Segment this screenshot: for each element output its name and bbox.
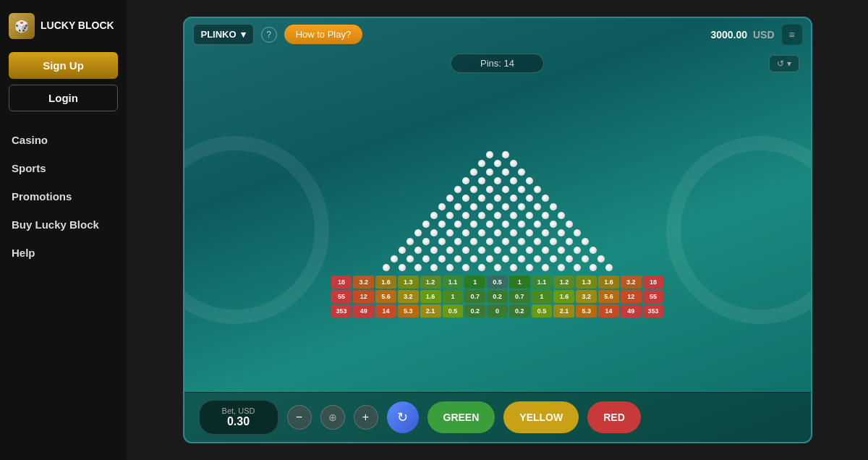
pin	[550, 255, 557, 263]
bet-label: Bet, USD	[214, 406, 263, 415]
history-button[interactable]: ↺ ▾	[769, 55, 799, 72]
history-chevron: ▾	[787, 59, 791, 69]
pins-bar: Pins: 14 ↺ ▾	[184, 51, 811, 76]
pin	[510, 195, 517, 202]
pin	[494, 247, 501, 254]
pin	[494, 177, 501, 184]
login-button[interactable]: Login	[9, 85, 118, 111]
pin	[438, 255, 446, 263]
pin	[430, 264, 438, 271]
multiplier-cell: 3.2	[398, 290, 419, 303]
multiplier-cell: 1.3	[398, 276, 419, 289]
pin-row	[331, 151, 664, 158]
pin	[558, 264, 565, 271]
pin	[494, 160, 501, 167]
multiplier-cell: 18	[643, 276, 664, 289]
top-bar: PLINKO ▾ ? How to Play? 3000.00 USD ≡	[184, 18, 811, 51]
pin	[430, 229, 438, 237]
multiplier-cell: 5.6	[598, 290, 619, 303]
multiplier-cell: 353	[643, 304, 664, 318]
pin	[478, 229, 485, 237]
increase-button[interactable]: +	[354, 405, 378, 430]
pin	[534, 255, 541, 263]
pin	[550, 203, 557, 210]
bottom-controls: Bet, USD 0.30 − ⊕ + ↻ GREEN YELLOW RED	[184, 392, 811, 442]
pin	[462, 229, 469, 237]
multiplier-cell: 353	[331, 304, 352, 318]
pin	[486, 238, 493, 245]
pin	[494, 264, 501, 271]
multiplier-cell: 0	[487, 304, 508, 318]
multiplier-cell: 1.6	[553, 290, 574, 303]
multiplier-cell: 3.2	[576, 290, 597, 303]
pin	[478, 177, 485, 184]
pin	[486, 186, 493, 193]
pin	[486, 221, 493, 228]
pin	[510, 264, 517, 271]
yellow-risk-button[interactable]: YELLOW	[503, 401, 579, 433]
pin	[470, 221, 477, 228]
sidebar-item-casino[interactable]: Casino	[9, 126, 118, 154]
logo-icon: 🎲	[9, 13, 35, 39]
multiplier-cell: 55	[643, 290, 664, 303]
balance-currency: USD	[753, 29, 775, 41]
decrease-button[interactable]: −	[287, 405, 312, 430]
pin	[486, 255, 493, 263]
how-to-play-button[interactable]: How to Play?	[284, 25, 363, 44]
multiplier-cell: 2.1	[553, 304, 574, 318]
pin	[470, 238, 477, 245]
sidebar-item-buy[interactable]: Buy Lucky Block	[9, 210, 118, 239]
pin	[502, 238, 509, 245]
help-icon[interactable]: ?	[261, 27, 277, 43]
menu-icon[interactable]: ≡	[782, 25, 802, 45]
pin	[518, 221, 525, 228]
pin	[502, 169, 509, 176]
green-risk-button[interactable]: GREEN	[427, 401, 495, 433]
pin	[502, 151, 509, 158]
pin	[502, 186, 509, 193]
multiplier-cell: 1.3	[576, 276, 597, 289]
game-selector[interactable]: PLINKO ▾	[193, 24, 254, 45]
multiplier-cell: 1	[464, 276, 485, 289]
red-risk-button[interactable]: RED	[587, 401, 641, 433]
pin	[414, 264, 422, 271]
multiplier-cell: 5.6	[375, 290, 396, 303]
pin	[510, 247, 517, 254]
multiplier-row-2: 55125.63.21.610.70.20.711.63.25.61255	[331, 290, 664, 303]
pin	[526, 212, 533, 219]
game-title: PLINKO	[201, 29, 237, 40]
pin	[534, 221, 541, 228]
pin	[383, 264, 390, 271]
sidebar-item-sports[interactable]: Sports	[9, 154, 118, 182]
pin	[518, 238, 525, 245]
pin	[574, 247, 581, 254]
pin-row	[331, 212, 664, 219]
sidebar-item-promotions[interactable]: Promotions	[9, 182, 118, 210]
bet-display: Bet, USD 0.30	[199, 400, 278, 435]
pin	[534, 203, 541, 210]
pin-row	[331, 221, 664, 228]
pin	[558, 212, 565, 219]
pin	[399, 247, 406, 254]
multiplier-cell: 0.5	[443, 304, 464, 318]
pin	[582, 255, 589, 263]
signup-button[interactable]: Sign Up	[9, 52, 118, 79]
multiplier-cell: 0.5	[532, 304, 553, 318]
sidebar-item-help[interactable]: Help	[9, 239, 118, 267]
pin	[542, 195, 549, 202]
multiplier-cell: 49	[353, 304, 374, 318]
pin-row	[331, 238, 664, 245]
multiplier-cell: 0.7	[509, 290, 530, 303]
pin	[446, 264, 454, 271]
pin	[446, 247, 454, 254]
pin	[454, 203, 461, 210]
pin	[550, 221, 557, 228]
pin	[510, 160, 517, 167]
stack-button[interactable]: ⊕	[320, 405, 345, 430]
pin	[566, 221, 573, 228]
multiplier-cell: 18	[331, 276, 352, 289]
pin	[438, 221, 446, 228]
multiplier-cell: 0.7	[464, 290, 485, 303]
pin-row	[331, 264, 664, 271]
spin-button[interactable]: ↻	[387, 401, 419, 433]
